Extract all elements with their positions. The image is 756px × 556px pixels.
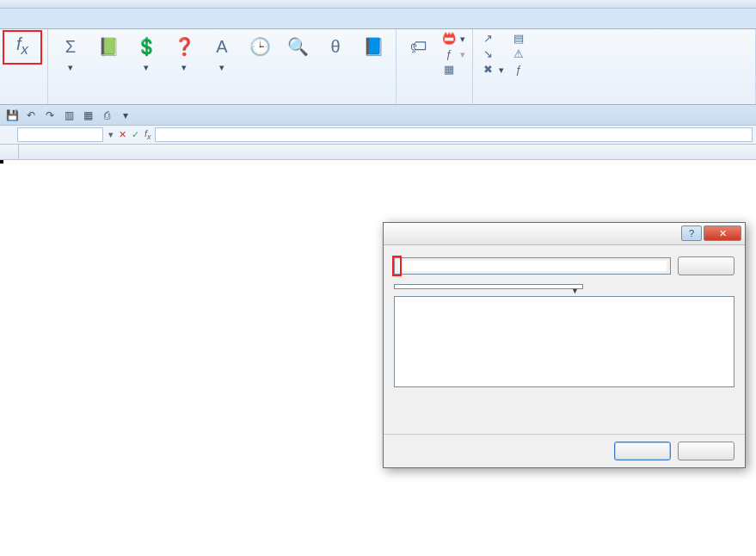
insert-function-dialog: ? ✕ xyxy=(383,222,746,468)
use-in-formula-button[interactable]: ƒ ▾ xyxy=(438,46,469,62)
text-button[interactable]: A▾ xyxy=(203,31,241,74)
ribbon-tabs xyxy=(0,9,756,29)
lookup-icon: 🔍 xyxy=(284,33,311,60)
more-icon: 📘 xyxy=(360,33,387,60)
remove-arrows-button[interactable]: ✖ ▾ xyxy=(476,62,507,77)
ribbon: fx Σ▾ 📗 💲▾ ❓▾ A▾ 🕒 🔍 θ 📘 🏷 📛 ▾ ƒ ▾ ▦ xyxy=(0,29,756,105)
dropdown-icon[interactable]: ▾ xyxy=(108,129,114,140)
defined-names-label xyxy=(396,102,472,104)
tag-icon: 🏷 xyxy=(405,33,433,60)
dep-icon: ↘ xyxy=(480,47,495,61)
create-icon: ▦ xyxy=(441,63,457,77)
ok-button[interactable] xyxy=(614,442,671,460)
active-cell-outline xyxy=(0,160,3,164)
dialog-help-button[interactable]: ? xyxy=(681,225,702,241)
autosum-button[interactable]: Σ▾ xyxy=(52,31,89,74)
function-description xyxy=(394,392,734,427)
remove-icon: ✖ xyxy=(480,63,495,77)
err-icon: ⚠ xyxy=(511,47,526,61)
select-all-corner[interactable] xyxy=(0,145,19,159)
use-icon: ƒ xyxy=(441,47,457,61)
function-list[interactable] xyxy=(394,296,734,387)
eval-icon: ƒ xyxy=(511,63,526,77)
text-icon: A xyxy=(208,33,236,60)
recently-used-button[interactable]: 📗 xyxy=(89,31,127,64)
logical-button[interactable]: ❓▾ xyxy=(165,31,203,74)
undo-icon[interactable]: ↶ xyxy=(24,108,38,122)
show-formulas-button[interactable]: ▤ xyxy=(507,31,533,46)
qat-icon[interactable]: ▥ xyxy=(62,108,76,122)
qat-icon[interactable]: ⎙ xyxy=(100,108,114,122)
insert-function-button[interactable]: fx xyxy=(3,31,41,64)
date-time-button[interactable]: 🕒 xyxy=(241,31,279,64)
theta-icon: θ xyxy=(322,33,349,60)
show-icon: ▤ xyxy=(511,32,526,46)
redo-icon[interactable]: ↷ xyxy=(43,108,57,122)
define-icon: 📛 xyxy=(441,32,457,46)
book-icon: 📗 xyxy=(95,33,122,60)
sigma-icon: Σ xyxy=(57,33,84,60)
math-button[interactable]: θ xyxy=(317,31,354,64)
error-check-button[interactable]: ⚠ xyxy=(507,46,533,62)
qat-dropdown[interactable]: ▾ xyxy=(119,108,132,122)
question-icon: ❓ xyxy=(170,33,198,60)
cancel-button[interactable] xyxy=(678,442,734,460)
go-button[interactable] xyxy=(678,256,734,275)
evaluate-button[interactable]: ƒ xyxy=(507,62,533,77)
name-manager-button[interactable]: 🏷 xyxy=(400,31,438,64)
name-box[interactable] xyxy=(17,127,103,142)
qat-icon[interactable]: ▦ xyxy=(81,108,95,122)
money-icon: 💲 xyxy=(132,33,160,60)
formula-bar: ▾ ✕ ✓ fx xyxy=(0,126,756,145)
fx-icon: fx xyxy=(9,33,36,60)
formula-auditing-label xyxy=(473,102,755,104)
dialog-close-button[interactable]: ✕ xyxy=(704,225,741,241)
category-select[interactable] xyxy=(394,284,583,289)
more-functions-button[interactable]: 📘 xyxy=(354,31,392,64)
quick-access-toolbar: 💾 ↶ ↷ ▥ ▦ ⎙ ▾ xyxy=(0,105,756,126)
lookup-button[interactable]: 🔍 xyxy=(279,31,317,64)
save-icon[interactable]: 💾 xyxy=(5,108,19,122)
worksheet-grid[interactable] xyxy=(0,145,756,160)
define-name-button[interactable]: 📛 ▾ xyxy=(438,31,469,46)
clock-icon: 🕒 xyxy=(246,33,274,60)
formula-input[interactable] xyxy=(155,127,753,142)
enter-icon[interactable]: ✓ xyxy=(132,129,139,140)
fx-icon[interactable]: fx xyxy=(144,128,151,141)
create-from-selection-button[interactable]: ▦ xyxy=(438,62,469,77)
trace-dependents-button[interactable]: ↘ xyxy=(476,46,507,62)
cancel-icon[interactable]: ✕ xyxy=(119,129,126,140)
prec-icon: ↗ xyxy=(480,32,495,46)
financial-button[interactable]: 💲▾ xyxy=(127,31,165,74)
dialog-title-bar[interactable]: ? ✕ xyxy=(384,223,745,245)
function-library-label xyxy=(48,102,396,104)
trace-precedents-button[interactable]: ↗ xyxy=(476,31,507,46)
search-input-wrap xyxy=(394,257,671,275)
search-input[interactable] xyxy=(398,261,667,271)
